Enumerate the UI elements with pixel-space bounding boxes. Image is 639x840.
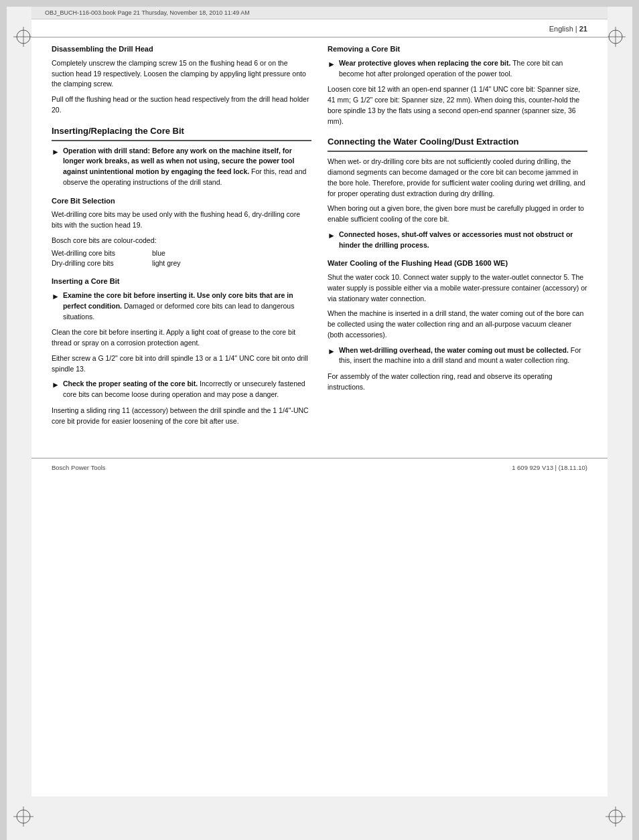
corner-bl xyxy=(13,807,33,827)
connecting-text1: When wet- or dry-drilling core bits are … xyxy=(328,157,587,199)
footer-right: 1 609 929 V13 | (18.11.10) xyxy=(512,464,587,471)
check-warning-bold: Check the proper seating of the core bit… xyxy=(63,380,198,388)
arrow-icon-examine: ► xyxy=(52,291,60,322)
wet-drilling-overhead-warning-bold: When wet-drilling overhead, the water co… xyxy=(339,346,569,354)
svg-point-0 xyxy=(17,30,30,44)
wear-warning-bold: Wear protective gloves when replacing th… xyxy=(339,59,511,67)
file-info: OBJ_BUCH-116-003.book Page 21 Thursday, … xyxy=(45,9,250,16)
wear-warning-text: Wear protective gloves when replacing th… xyxy=(339,58,587,80)
arrow-icon-wear: ► xyxy=(328,59,336,80)
removing-heading: Removing a Core Bit xyxy=(328,44,587,55)
right-column: Removing a Core Bit ► Wear protective gl… xyxy=(328,44,587,431)
footer: Bosch Power Tools 1 609 929 V13 | (18.11… xyxy=(31,458,608,477)
page-inner: OBJ_BUCH-116-003.book Page 21 Thursday, … xyxy=(31,7,608,796)
corner-br xyxy=(606,807,626,827)
header-bar: OBJ_BUCH-116-003.book Page 21 Thursday, … xyxy=(31,7,608,19)
arrow-icon-connected: ► xyxy=(328,230,336,251)
dry-drilling-value: light grey xyxy=(152,258,181,268)
wet-drilling-overhead-warning-block: ► When wet-drilling overhead, the water … xyxy=(328,345,587,367)
examine-warning-block: ► Examine the core bit before inserting … xyxy=(52,290,311,322)
corner-tl xyxy=(13,27,33,47)
corner-tr xyxy=(606,27,626,47)
examine-warning-text: Examine the core bit before inserting it… xyxy=(63,290,311,322)
sliding-ring-text: Inserting a sliding ring 11 (accessory) … xyxy=(52,406,311,427)
core-bit-selection-heading: Core Bit Selection xyxy=(52,196,311,207)
svg-point-3 xyxy=(609,30,622,44)
wet-drilling-value: blue xyxy=(152,248,165,258)
color-table: Wet-drilling core bits blue Dry-drilling… xyxy=(52,248,311,268)
page-number: 21 xyxy=(579,25,587,33)
svg-point-6 xyxy=(17,810,30,823)
svg-point-9 xyxy=(609,810,622,823)
dry-drilling-row: Dry-drilling core bits light grey xyxy=(52,258,311,268)
page-number-bar: English | 21 xyxy=(31,19,608,37)
language-label: English xyxy=(549,25,573,33)
separator: | xyxy=(573,25,579,33)
connecting-text2: When boring out a given bore, the given … xyxy=(328,203,587,225)
wet-drilling-row: Wet-drilling core bits blue xyxy=(52,248,311,258)
shut-water-text: Shut the water cock 10. Connect water su… xyxy=(328,272,587,304)
footer-left: Bosch Power Tools xyxy=(52,464,106,471)
arrow-icon-operation: ► xyxy=(52,147,60,188)
page-number-text: English | 21 xyxy=(549,25,587,33)
arrow-icon-wet-drilling: ► xyxy=(328,346,336,367)
page-wrapper: OBJ_BUCH-116-003.book Page 21 Thursday, … xyxy=(7,7,632,840)
wet-drilling-label: Wet-drilling core bits xyxy=(52,248,139,258)
drill-stand-text: When the machine is inserted in a drill … xyxy=(328,309,587,340)
connected-warning-bold: Connected hoses, shut-off valves or acce… xyxy=(339,230,573,249)
connected-warning-text: Connected hoses, shut-off valves or acce… xyxy=(339,230,587,251)
disassembling-text1: Completely unscrew the clamping screw 15… xyxy=(52,58,311,90)
content-area: Disassembling the Drill Head Completely … xyxy=(31,44,608,444)
inserting-section-heading: Inserting/Replacing the Core Bit xyxy=(52,125,311,141)
inserting-heading: Inserting a Core Bit xyxy=(52,276,311,287)
wet-drilling-overhead-warning-text: When wet-drilling overhead, the water co… xyxy=(339,345,587,367)
operation-warning-text: Operation with drill stand: Before any w… xyxy=(63,146,311,188)
core-bit-selection-text: Wet-drilling core bits may be used only … xyxy=(52,209,311,231)
operation-warning-block: ► Operation with drill stand: Before any… xyxy=(52,146,311,188)
connecting-section-heading: Connecting the Water Cooling/Dust Extrac… xyxy=(328,136,587,152)
connected-warning-block: ► Connected hoses, shut-off valves or ac… xyxy=(328,230,587,251)
left-column: Disassembling the Drill Head Completely … xyxy=(52,44,311,431)
check-warning-block: ► Check the proper seating of the core b… xyxy=(52,379,311,400)
assembly-text: For assembly of the water collection rin… xyxy=(328,371,587,393)
check-warning-text: Check the proper seating of the core bit… xyxy=(63,379,311,400)
disassembling-text2: Pull off the flushing head or the suctio… xyxy=(52,94,311,116)
disassembling-heading: Disassembling the Drill Head xyxy=(52,44,311,55)
arrow-icon-check: ► xyxy=(52,380,60,400)
water-cooling-heading: Water Cooling of the Flushing Head (GDB … xyxy=(328,258,587,269)
clean-text: Clean the core bit before inserting it. … xyxy=(52,327,311,349)
dry-drilling-label: Dry-drilling core bits xyxy=(52,258,139,268)
loosen-text: Loosen core bit 12 with an open-end span… xyxy=(328,84,587,127)
wear-warning-block: ► Wear protective gloves when replacing … xyxy=(328,58,587,80)
bosch-colour-coded: Bosch core bits are colour-coded: xyxy=(52,236,311,246)
screw-text: Either screw a G 1/2" core bit into dril… xyxy=(52,353,311,375)
